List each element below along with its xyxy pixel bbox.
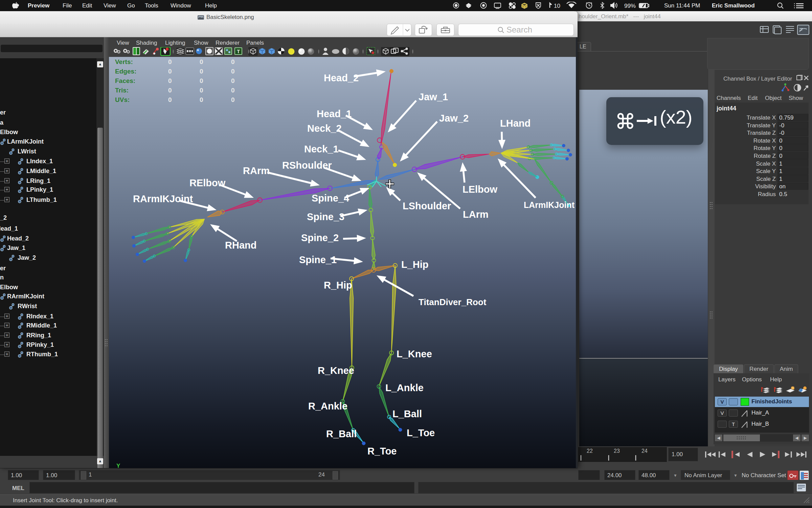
svg-text:L_Toe: L_Toe	[407, 427, 435, 438]
svg-text:Head_1: Head_1	[317, 108, 352, 119]
svg-text:Neck_1: Neck_1	[304, 144, 339, 154]
svg-text:Head_2: Head_2	[324, 72, 359, 83]
svg-text:RElbow: RElbow	[189, 177, 226, 188]
svg-text:R_Knee: R_Knee	[318, 365, 354, 376]
svg-text:Spine_4: Spine_4	[312, 193, 349, 204]
svg-text:Neck_2: Neck_2	[307, 123, 342, 134]
svg-text:LHand: LHand	[500, 118, 531, 129]
svg-text:RArm: RArm	[243, 165, 270, 176]
svg-text:R_Hip: R_Hip	[324, 280, 352, 291]
svg-text:RArmIKJoint: RArmIKJoint	[133, 193, 193, 204]
svg-text:10: 10	[554, 3, 560, 9]
svg-text:LElbow: LElbow	[463, 184, 498, 195]
svg-text:L_Ankle: L_Ankle	[385, 382, 424, 393]
svg-text:Jaw_2: Jaw_2	[439, 113, 469, 124]
svg-text:Spine_1: Spine_1	[299, 254, 337, 265]
svg-text:T: T	[237, 48, 240, 54]
svg-text:L_Knee: L_Knee	[397, 348, 432, 359]
svg-text:R_Ankle: R_Ankle	[308, 401, 347, 411]
svg-text:LArmIKJoint: LArmIKJoint	[524, 200, 575, 210]
svg-text:Jaw_1: Jaw_1	[419, 91, 448, 102]
svg-text:TitanDiver_Root: TitanDiver_Root	[419, 297, 487, 307]
svg-text:R_Ball: R_Ball	[326, 428, 357, 439]
svg-text:RHand: RHand	[225, 240, 256, 251]
svg-text:L_Hip: L_Hip	[401, 259, 429, 270]
svg-text:99%: 99%	[624, 3, 636, 9]
svg-text:LArm: LArm	[463, 209, 489, 220]
svg-text:R_Toe: R_Toe	[367, 446, 397, 457]
svg-text:Spine_3: Spine_3	[307, 211, 344, 222]
svg-text:L_Ball: L_Ball	[392, 408, 422, 419]
svg-text:LShoulder: LShoulder	[403, 200, 451, 211]
svg-text:Spine_2: Spine_2	[301, 232, 339, 243]
svg-text:RShoulder: RShoulder	[282, 160, 332, 171]
